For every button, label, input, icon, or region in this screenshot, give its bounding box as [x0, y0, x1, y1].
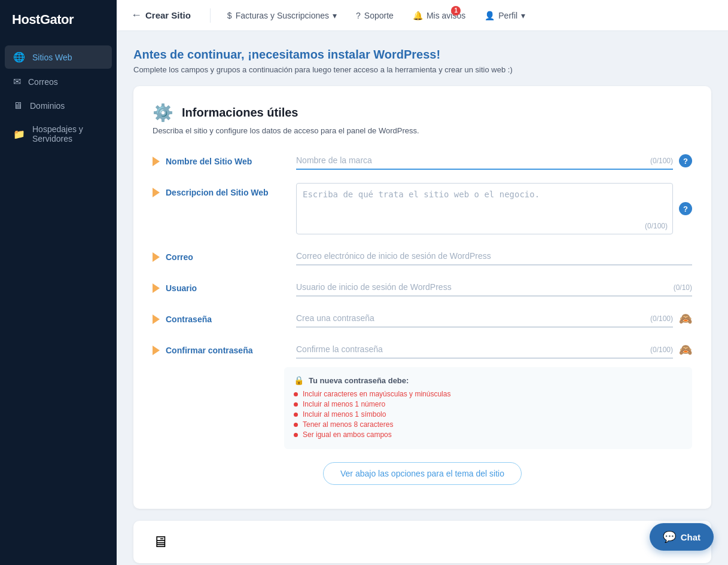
card-subtitle: Describa el sitio y configure los datos … — [153, 126, 692, 135]
globe-icon: 🌐 — [13, 51, 25, 63]
input-wrapper-contrasena: (0/100) — [296, 310, 673, 328]
input-wrapper-usuario: (0/10) — [296, 279, 692, 297]
page-header: Antes de continuar, ¡necesitamos instala… — [133, 48, 711, 74]
lock-icon: 🔒 — [294, 375, 304, 385]
site-name-input[interactable] — [296, 152, 673, 169]
contrasena-count: (0/100) — [650, 314, 673, 323]
site-desc-input[interactable] — [297, 184, 672, 231]
billing-label: Facturas y Suscripciones — [236, 11, 329, 20]
sidebar-item-label: Correos — [28, 77, 58, 87]
flag-icon-site-desc — [153, 188, 160, 197]
pwd-requirements-header: 🔒 Tu nueva contraseña debe: — [294, 375, 683, 385]
billing-chevron-icon: ▾ — [333, 11, 337, 20]
form-row-site-name: Nombre del Sitio Web (0/100) ? — [153, 152, 692, 170]
pwd-req-3: Incluir al menos 1 símbolo — [294, 410, 683, 419]
pwd-req-5: Ser igual en ambos campos — [294, 430, 683, 439]
bottom-card-icon: 🖥 — [153, 533, 168, 551]
page-subtitle: Complete los campos y grupos a continuac… — [133, 65, 711, 74]
settings-icon: ⚙️ — [153, 103, 173, 123]
form-label-col-correo: Correo — [153, 248, 284, 262]
pwd-req-text-3: Incluir al menos 1 símbolo — [303, 410, 386, 419]
usuario-input[interactable] — [296, 279, 692, 295]
notification-count-badge: 1 — [451, 6, 461, 16]
site-desc-help-icon[interactable]: ? — [679, 202, 692, 215]
see-more-button[interactable]: Ver abajo las opciones para el tema del … — [323, 462, 522, 485]
flag-icon-usuario — [153, 283, 160, 293]
sidebar-nav: 🌐 Sitios Web ✉ Correos 🖥 Dominios 📁 Hosp… — [0, 45, 117, 149]
label-site-name: Nombre del Sitio Web — [166, 157, 252, 166]
form-field-col-usuario: (0/10) — [296, 279, 692, 297]
form-field-col-correo — [296, 248, 692, 265]
pwd-req-4: Tener al menos 8 caracteres — [294, 420, 683, 429]
form-row-correo: Correo — [153, 248, 692, 265]
form-row-confirmar-contrasena: Confirmar contraseña (0/100) 🙈 — [153, 341, 692, 359]
sidebar-item-label: Dominios — [30, 101, 65, 111]
sidebar-item-label: Sitios Web — [32, 53, 72, 62]
billing-nav-item[interactable]: $ Facturas y Suscripciones ▾ — [220, 7, 344, 24]
form-field-col-confirmar-contrasena: (0/100) 🙈 — [296, 341, 692, 359]
profile-chevron-icon: ▾ — [521, 11, 525, 20]
contrasena-input[interactable] — [296, 310, 673, 326]
chat-label: Chat — [681, 532, 700, 542]
form-row-contrasena: Contraseña (0/100) 🙈 — [153, 310, 692, 328]
logo-text: HostGator — [12, 12, 74, 27]
pwd-req-text-5: Ser igual en ambos campos — [303, 430, 392, 439]
form-field-col-contrasena: (0/100) 🙈 — [296, 310, 692, 328]
billing-icon: $ — [227, 11, 232, 20]
bell-icon: 🔔 — [413, 11, 423, 20]
chat-icon: 💬 — [663, 530, 676, 543]
site-name-count: (0/100) — [650, 157, 673, 165]
sidebar: HostGator 🌐 Sitios Web ✉ Correos 🖥 Domin… — [0, 0, 117, 565]
page-title-highlight: ¡necesitamos instalar WordPress! — [248, 48, 440, 61]
page-title: Antes de continuar, ¡necesitamos instala… — [133, 48, 711, 62]
label-correo: Correo — [166, 252, 193, 262]
flag-icon-confirmar-contrasena — [153, 346, 160, 355]
pwd-req-text-2: Incluir al menos 1 número — [303, 400, 385, 408]
site-desc-count: (0/100) — [645, 222, 668, 230]
bottom-card-partial: 🖥 — [133, 521, 711, 563]
sidebar-item-dominios[interactable]: 🖥 Dominios — [5, 94, 112, 117]
usuario-count: (0/10) — [674, 283, 692, 292]
flag-icon-site-name — [153, 157, 160, 166]
req-dot-4 — [294, 423, 298, 427]
desktop-icon: 🖥 — [13, 100, 23, 111]
sidebar-item-hospedajes[interactable]: 📁 Hospedajes y Servidores — [5, 118, 112, 149]
input-wrapper-site-name: (0/100) — [296, 152, 673, 170]
toggle-confirm-password-icon[interactable]: 🙈 — [679, 343, 692, 356]
label-confirmar-contrasena: Confirmar contraseña — [166, 346, 252, 355]
form-label-col-usuario: Usuario — [153, 279, 284, 293]
confirmar-contrasena-count: (0/100) — [650, 346, 673, 354]
sidebar-item-sitios-web[interactable]: 🌐 Sitios Web — [5, 45, 112, 69]
form-field-col-site-desc: (0/100) ? — [296, 183, 692, 234]
profile-icon: 👤 — [485, 11, 495, 20]
label-usuario: Usuario — [166, 283, 197, 293]
folder-icon: 📁 — [13, 129, 25, 140]
info-card: ⚙️ Informaciones útiles Describa el siti… — [133, 86, 711, 509]
label-site-desc: Descripcion del Sitio Web — [166, 188, 269, 197]
back-button[interactable]: ← Crear Sitio — [131, 9, 200, 22]
chat-button[interactable]: 💬 Chat — [650, 523, 714, 551]
back-label: Crear Sitio — [145, 10, 191, 20]
toggle-password-icon[interactable]: 🙈 — [679, 312, 692, 325]
req-dot-3 — [294, 413, 298, 417]
profile-nav-item[interactable]: 👤 Perfil ▾ — [477, 7, 532, 24]
flag-icon-contrasena — [153, 314, 160, 324]
input-wrapper-confirmar-contrasena: (0/100) — [296, 341, 673, 359]
req-dot-1 — [294, 392, 298, 396]
form-label-col-site-desc: Descripcion del Sitio Web — [153, 183, 284, 197]
mail-icon: ✉ — [13, 76, 21, 87]
support-nav-item[interactable]: ? Soporte — [349, 7, 401, 24]
topnav: ← Crear Sitio $ Facturas y Suscripciones… — [117, 0, 728, 31]
correo-input[interactable] — [296, 248, 692, 264]
notifications-nav-item[interactable]: 🔔 1 Mis avisos — [406, 7, 473, 24]
pwd-header-text: Tu nueva contraseña debe: — [309, 376, 409, 385]
support-label: Soporte — [364, 11, 394, 20]
nav-divider — [210, 8, 211, 23]
sidebar-item-correos[interactable]: ✉ Correos — [5, 70, 112, 93]
confirmar-contrasena-input[interactable] — [296, 341, 673, 358]
sidebar-item-label: Hospedajes y Servidores — [32, 124, 103, 143]
site-name-help-icon[interactable]: ? — [679, 154, 692, 167]
label-contrasena: Contraseña — [166, 314, 212, 324]
pwd-req-2: Incluir al menos 1 número — [294, 400, 683, 408]
profile-label: Perfil — [498, 11, 517, 20]
